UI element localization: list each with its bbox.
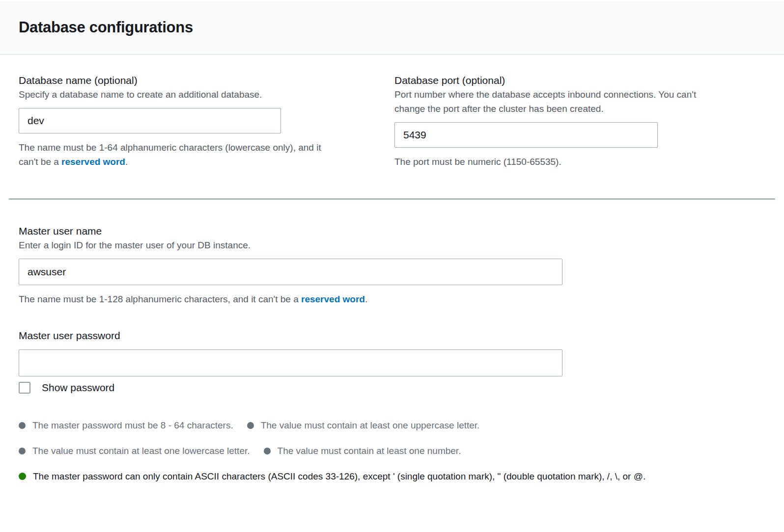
- database-name-hint-suffix: .: [125, 157, 128, 167]
- panel-body: Database name (optional) Specify a datab…: [0, 55, 784, 483]
- master-user-name-hint-suffix: .: [365, 294, 367, 304]
- bullet-icon: [264, 448, 271, 454]
- master-password-input[interactable]: [19, 349, 562, 376]
- database-configurations-panel: Database configurations Database name (o…: [0, 0, 784, 483]
- field-master-user-name: Master user name Enter a login ID for th…: [19, 224, 748, 306]
- field-database-name: Database name (optional) Specify a datab…: [19, 74, 376, 169]
- database-settings-row: Database name (optional) Specify a datab…: [19, 74, 748, 169]
- panel-header: Database configurations: [0, 0, 784, 55]
- database-port-description: Port number where the database accepts i…: [394, 87, 699, 116]
- database-name-description: Specify a database name to create an add…: [19, 87, 376, 102]
- bullet-icon: [19, 473, 26, 480]
- show-password-row[interactable]: Show password: [19, 382, 748, 394]
- master-user-name-description: Enter a login ID for the master user of …: [19, 238, 748, 252]
- section-divider: [9, 198, 775, 200]
- database-port-label: Database port (optional): [394, 74, 748, 87]
- master-user-password-label: Master user password: [19, 329, 748, 343]
- master-user-name-hint: The name must be 1-128 alphanumeric char…: [19, 292, 748, 306]
- password-requirement-lowercase: The value must contain at least one lowe…: [19, 444, 250, 458]
- password-requirements-list: The master password must be 8 - 64 chara…: [19, 418, 657, 483]
- password-requirement-ascii: The master password can only contain ASC…: [19, 469, 645, 483]
- database-port-hint: The port must be numeric (1150-65535).: [394, 155, 748, 169]
- reserved-word-link[interactable]: reserved word: [61, 157, 125, 167]
- requirement-text: The value must contain at least one numb…: [278, 446, 461, 456]
- bullet-icon: [247, 422, 254, 429]
- master-user-name-hint-prefix: The name must be 1-128 alphanumeric char…: [19, 294, 301, 304]
- database-port-input[interactable]: [394, 122, 658, 148]
- panel-title: Database configurations: [19, 19, 193, 36]
- requirement-text: The master password can only contain ASC…: [33, 471, 645, 481]
- requirement-text: The master password must be 8 - 64 chara…: [32, 420, 233, 430]
- field-database-port: Database port (optional) Port number whe…: [394, 74, 748, 169]
- requirement-text: The value must contain at least one lowe…: [32, 446, 250, 456]
- password-requirement-uppercase: The value must contain at least one uppe…: [247, 418, 480, 432]
- database-name-hint: The name must be 1-64 alphanumeric chara…: [19, 140, 323, 169]
- bullet-icon: [19, 448, 26, 454]
- requirement-text: The value must contain at least one uppe…: [261, 420, 480, 430]
- show-password-label: Show password: [42, 382, 114, 394]
- bullet-icon: [19, 422, 26, 429]
- reserved-word-link[interactable]: reserved word: [301, 294, 365, 304]
- database-name-input[interactable]: [19, 108, 281, 133]
- field-master-user-password: Master user password Show password: [19, 329, 748, 394]
- show-password-checkbox[interactable]: [19, 382, 30, 394]
- password-requirement-number: The value must contain at least one numb…: [264, 444, 461, 458]
- master-user-name-label: Master user name: [19, 224, 748, 238]
- database-name-label: Database name (optional): [19, 74, 376, 87]
- master-user-name-input[interactable]: [19, 259, 562, 285]
- password-requirement-length: The master password must be 8 - 64 chara…: [19, 418, 233, 432]
